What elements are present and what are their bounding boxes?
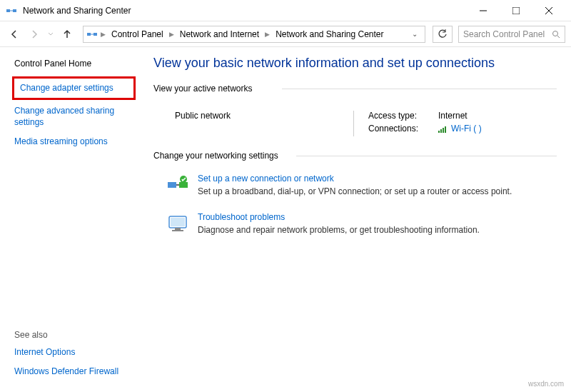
- window-title: Network and Sharing Center: [23, 6, 467, 16]
- breadcrumb-item[interactable]: Control Panel: [108, 29, 166, 39]
- setup-connection-desc: Set up a broadband, dial-up, or VPN conn…: [198, 186, 512, 196]
- troubleshoot-title: Troubleshoot problems: [198, 212, 480, 222]
- svg-rect-12: [438, 131, 440, 133]
- svg-rect-8: [94, 33, 97, 36]
- troubleshoot-icon: [166, 212, 189, 235]
- svg-rect-7: [87, 33, 91, 36]
- titlebar: Network and Sharing Center: [0, 0, 571, 21]
- network-sharing-icon: [86, 29, 98, 40]
- troubleshoot-item[interactable]: Troubleshoot problems Diagnose and repai…: [153, 206, 557, 245]
- wifi-signal-icon: [438, 125, 448, 132]
- svg-rect-23: [172, 230, 183, 231]
- troubleshoot-desc: Diagnose and repair network problems, or…: [198, 225, 480, 235]
- internet-options-link[interactable]: Internet Options: [14, 347, 133, 358]
- svg-rect-21: [171, 218, 185, 226]
- change-advanced-sharing-link[interactable]: Change advanced sharing settings: [14, 106, 133, 128]
- change-settings-header: Change your networking settings: [153, 151, 557, 161]
- svg-rect-1: [13, 9, 16, 12]
- minimize-button[interactable]: [467, 0, 500, 21]
- chevron-right-icon[interactable]: ▶: [99, 31, 107, 38]
- breadcrumb-item[interactable]: Network and Internet: [177, 29, 262, 39]
- maximize-button[interactable]: [500, 0, 532, 21]
- media-streaming-link[interactable]: Media streaming options: [14, 136, 133, 148]
- main-content: View your basic network information and …: [139, 47, 571, 392]
- refresh-button[interactable]: [433, 26, 453, 43]
- search-input[interactable]: Search Control Panel: [458, 26, 565, 43]
- navbar: ▶ Control Panel ▶ Network and Internet ▶…: [0, 21, 571, 47]
- active-network-panel: Public network Access type: Internet Con…: [153, 101, 557, 151]
- close-button[interactable]: [532, 0, 565, 21]
- svg-rect-4: [512, 7, 520, 14]
- svg-rect-22: [175, 228, 181, 230]
- page-title: View your basic network information and …: [153, 56, 557, 71]
- chevron-right-icon[interactable]: ▶: [263, 31, 271, 38]
- back-button[interactable]: [6, 26, 23, 43]
- svg-rect-16: [168, 182, 176, 188]
- setup-connection-title: Set up a new connection or network: [198, 174, 512, 184]
- see-also-label: See also: [14, 330, 133, 340]
- svg-rect-15: [445, 126, 446, 133]
- svg-point-10: [553, 31, 558, 36]
- recent-dropdown[interactable]: [46, 26, 56, 43]
- connections-label: Connections:: [368, 124, 433, 134]
- sidebar: Control Panel Home Change adapter settin…: [0, 47, 139, 392]
- svg-rect-17: [179, 182, 188, 188]
- network-name: Public network: [175, 111, 353, 121]
- setup-connection-item[interactable]: Set up a new connection or network Set u…: [153, 168, 557, 206]
- search-icon: [552, 30, 560, 39]
- up-button[interactable]: [59, 26, 76, 43]
- connection-link[interactable]: Wi-Fi ( ): [438, 124, 482, 134]
- breadcrumb[interactable]: ▶ Control Panel ▶ Network and Internet ▶…: [83, 26, 425, 43]
- access-type-label: Access type:: [368, 111, 433, 121]
- svg-rect-14: [443, 128, 444, 133]
- network-sharing-icon: [6, 5, 17, 16]
- access-type-value: Internet: [438, 111, 468, 121]
- change-adapter-settings-link[interactable]: Change adapter settings: [12, 76, 136, 101]
- svg-rect-0: [6, 9, 10, 12]
- setup-connection-icon: [166, 174, 189, 196]
- watermark: wsxdn.com: [528, 380, 564, 388]
- svg-rect-13: [440, 129, 442, 133]
- svg-line-11: [557, 36, 560, 38]
- control-panel-home-link[interactable]: Control Panel Home: [14, 59, 133, 70]
- breadcrumb-item[interactable]: Network and Sharing Center: [273, 29, 386, 39]
- forward-button[interactable]: [26, 26, 43, 43]
- chevron-down-icon[interactable]: ⌄: [408, 30, 422, 38]
- active-networks-header: View your active networks: [153, 84, 557, 94]
- windows-defender-firewall-link[interactable]: Windows Defender Firewall: [14, 366, 133, 378]
- chevron-right-icon[interactable]: ▶: [168, 31, 176, 38]
